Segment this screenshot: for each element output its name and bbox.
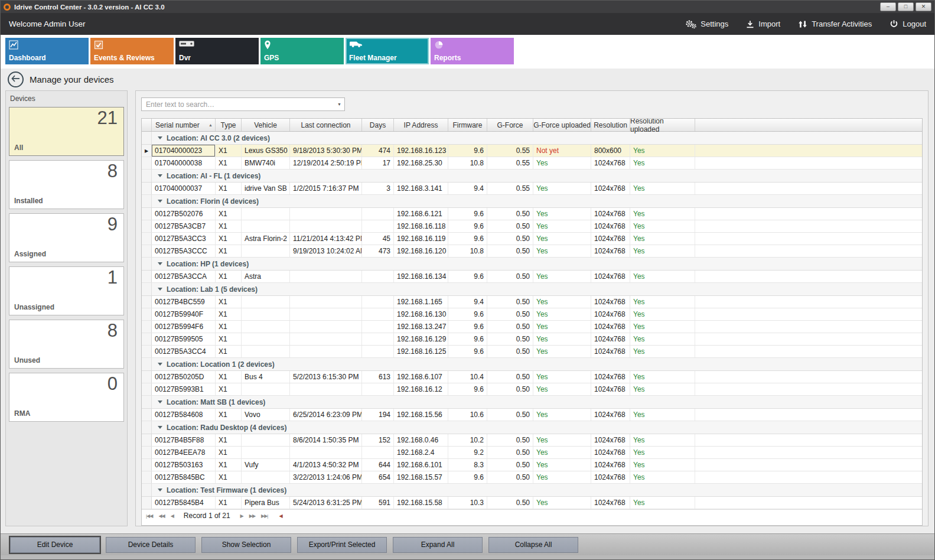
cell-serial: 00127B502076: [152, 208, 216, 220]
group-row-label: Location: Matt SB (1 devices): [167, 398, 265, 406]
device-filter-card-unused[interactable]: 8Unused: [9, 320, 124, 369]
tab-reports[interactable]: Reports: [431, 38, 514, 64]
device-row[interactable]: 00127B5993B1X1192.168.16.129.60.50Yes102…: [142, 383, 922, 396]
device-row[interactable]: 00127B503163X1Vufy4/1/2013 4:50:32 PM644…: [142, 459, 922, 471]
device-row[interactable]: 00127B4B5F88X18/6/2014 1:50:35 PM152192.…: [142, 434, 922, 447]
column-header-g_force_uploaded[interactable]: G-Force uploaded: [533, 119, 591, 131]
group-row[interactable]: Location: AI - FL (1 devices): [142, 170, 922, 183]
device-row[interactable]: 00127B4EEA78X1192.168.2.49.20.50Yes1024x…: [142, 447, 922, 459]
chevron-down-icon[interactable]: ▼: [334, 98, 344, 110]
device-row[interactable]: 00127B50205DX1Bus 45/2/2013 6:15:30 PM61…: [142, 371, 922, 383]
search-input[interactable]: [142, 98, 334, 110]
column-header-serial[interactable]: Serial number▲: [152, 119, 216, 131]
column-header-resolution[interactable]: Resolution: [591, 119, 630, 131]
device-row[interactable]: 00127B5845BCX13/22/2013 1:24:06 PM654192…: [142, 471, 922, 484]
minimize-button[interactable]: –: [880, 2, 896, 11]
device-row[interactable]: 00127B5994F6X1192.168.13.2479.60.50Yes10…: [142, 321, 922, 333]
pager-last-icon[interactable]: ▶▶|: [259, 513, 269, 519]
edit-device-button[interactable]: Edit Device: [10, 537, 100, 553]
tab-label: GPS: [264, 54, 279, 61]
device-row[interactable]: 00127B5A3CCAX1Astra192.168.16.1349.60.50…: [142, 271, 922, 283]
maximize-button[interactable]: □: [898, 2, 914, 11]
show-selection-button[interactable]: Show Selection: [201, 537, 291, 553]
collapse-all-button[interactable]: Collapse All: [488, 537, 578, 553]
device-row[interactable]: 00127B5A3CB7X1192.168.16.1189.60.50Yes10…: [142, 220, 922, 233]
column-header-vehicle[interactable]: Vehicle: [242, 119, 290, 131]
back-arrow-icon: [11, 75, 20, 84]
device-row[interactable]: 017040000038X1BMW740i12/19/2014 2:50:19 …: [142, 157, 922, 170]
pager-prev-page-icon[interactable]: ◀◀: [157, 513, 166, 519]
group-row[interactable]: Location: Location 1 (2 devices): [142, 358, 922, 371]
device-row[interactable]: 00127B502076X1192.168.6.1219.60.50Yes102…: [142, 208, 922, 220]
cell-ip_address: 192.168.0.46: [394, 434, 448, 446]
device-row[interactable]: 00127B5A3CCCX19/19/2013 10:24:02 AM47319…: [142, 245, 922, 258]
group-row[interactable]: Location: Radu Desktop (4 devices): [142, 421, 922, 434]
device-row[interactable]: 00127B5A3CC3X1Astra Florin-211/21/2014 4…: [142, 233, 922, 245]
cell-serial: 00127B5A3CCA: [152, 271, 216, 282]
cell-serial: 00127B50205D: [152, 371, 216, 383]
column-header-days[interactable]: Days: [362, 119, 394, 131]
device-filter-card-unassigned[interactable]: 1Unassigned: [9, 266, 124, 315]
device-filter-card-rma[interactable]: 0RMA: [9, 373, 124, 422]
column-header-ip_address[interactable]: IP Address: [394, 119, 448, 131]
cell-last_connection: [290, 296, 362, 308]
device-row[interactable]: 00127B5845B4X1Pipera Bus5/24/2013 6:31:2…: [142, 497, 922, 509]
group-row[interactable]: Location: HP (1 devices): [142, 258, 922, 271]
cell-last_connection: 9/18/2013 5:30:30 PM: [290, 145, 362, 157]
column-header-last_connection[interactable]: Last connection: [290, 119, 362, 131]
cell-filler: [695, 296, 922, 308]
expand-all-button[interactable]: Expand All: [393, 537, 483, 553]
device-row[interactable]: 00127B59940FX1192.168.16.1309.60.50Yes10…: [142, 308, 922, 321]
pager-next-icon[interactable]: ▶: [239, 513, 245, 519]
device-filter-card-all[interactable]: 21All: [9, 107, 124, 156]
group-row[interactable]: Location: Matt SB (1 devices): [142, 396, 922, 409]
device-filter-card-assigned[interactable]: 9Assigned: [9, 213, 124, 262]
back-button[interactable]: [8, 71, 24, 87]
header-action-settings[interactable]: Settings: [685, 19, 728, 29]
group-row[interactable]: Location: Florin (4 devices): [142, 195, 922, 208]
cell-g_force: 0.50: [487, 447, 533, 458]
tab-label: Fleet Manager: [349, 54, 397, 61]
device-row[interactable]: 00127B5A3CC4X1192.168.16.1259.60.50Yes10…: [142, 346, 922, 358]
cell-last_connection: 9/19/2013 10:24:02 AM: [290, 245, 362, 257]
device-row[interactable]: 00127B4BC559X1192.168.1.1659.40.50Yes102…: [142, 296, 922, 308]
cell-resolution_uploaded: Yes: [630, 220, 695, 232]
pager-first-icon[interactable]: |◀◀: [144, 513, 154, 519]
header-action-transfer-activities[interactable]: Transfer Activities: [798, 19, 872, 28]
header-action-label: Transfer Activities: [812, 19, 872, 28]
device-row[interactable]: 00127B599505X1192.168.16.1299.60.50Yes10…: [142, 333, 922, 346]
pager-edit-icon[interactable]: ◀: [279, 513, 282, 519]
device-row[interactable]: 017040000037X1idrive Van SB1/2/2015 7:16…: [142, 183, 922, 195]
column-header-label: IP Address: [404, 121, 438, 129]
column-header-type[interactable]: Type: [216, 119, 242, 131]
header-action-import[interactable]: Import: [746, 19, 780, 28]
header-action-logout[interactable]: Logout: [890, 19, 926, 28]
pager-next-page-icon[interactable]: ▶▶: [247, 513, 257, 519]
pager-prev-icon[interactable]: ◀: [169, 513, 175, 519]
group-row[interactable]: Location: Lab 1 (5 devices): [142, 283, 922, 296]
device-row[interactable]: ▶017040000023X1Lexus GS3509/18/2013 5:30…: [142, 145, 922, 157]
device-row[interactable]: 00127B584608X1Vovo6/25/2014 6:23:09 PM19…: [142, 409, 922, 421]
group-row[interactable]: Location: Test Firmware (1 devices): [142, 484, 922, 497]
column-header-g_force[interactable]: G-Force: [487, 119, 533, 131]
export-print-selected-button[interactable]: Export/Print Selected: [297, 537, 387, 553]
tab-gps[interactable]: GPS: [260, 38, 344, 64]
group-row[interactable]: Location: AI CC 3.0 (2 devices): [142, 132, 922, 145]
cell-resolution: 1024x768: [591, 333, 630, 345]
tab-events-reviews[interactable]: Events & Reviews: [90, 38, 174, 64]
column-header-firmware[interactable]: Firmware: [448, 119, 487, 131]
cell-ip_address: 192.168.6.121: [394, 208, 448, 220]
column-header-resolution_uploaded[interactable]: Resolution uploaded: [630, 119, 695, 131]
device-details-button[interactable]: Device Details: [106, 537, 196, 553]
pager: |◀◀◀◀◀Record 1 of 21▶▶▶▶▶|◀: [142, 509, 922, 522]
cell-type: X1: [216, 157, 242, 169]
device-filter-card-installed[interactable]: 8Installed: [9, 160, 124, 209]
tab-dashboard[interactable]: Dashboard: [5, 38, 89, 64]
tab-fleet-manager[interactable]: Fleet Manager: [346, 38, 429, 64]
tab-dvr[interactable]: Dvr: [175, 38, 259, 64]
close-button[interactable]: ✕: [916, 2, 931, 11]
cell-g_force_uploaded: Yes: [533, 245, 591, 257]
cell-resolution: 1024x768: [591, 296, 630, 308]
cell-last_connection: 1/2/2015 7:16:37 PM: [290, 183, 362, 194]
group-row-indicator: [142, 358, 152, 370]
